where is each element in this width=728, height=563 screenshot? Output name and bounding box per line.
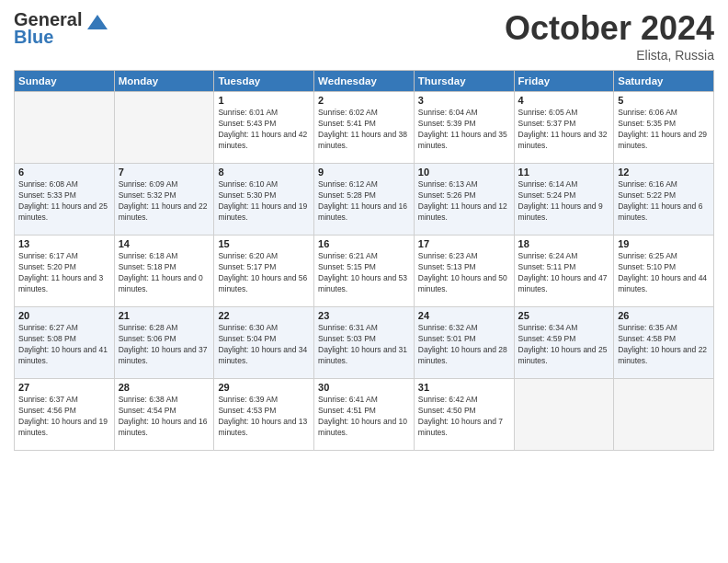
- weekday-header-wednesday: Wednesday: [314, 71, 415, 92]
- weekday-header-friday: Friday: [514, 71, 614, 92]
- day-info: Sunrise: 6:21 AM Sunset: 5:15 PM Dayligh…: [318, 251, 410, 295]
- day-info: Sunrise: 6:25 AM Sunset: 5:10 PM Dayligh…: [618, 251, 710, 295]
- day-number: 24: [418, 310, 510, 321]
- calendar-cell: 5Sunrise: 6:06 AM Sunset: 5:35 PM Daylig…: [614, 92, 714, 164]
- calendar-cell: [614, 379, 714, 451]
- calendar-cell: [114, 92, 214, 164]
- calendar-cell: 13Sunrise: 6:17 AM Sunset: 5:20 PM Dayli…: [15, 236, 115, 307]
- calendar-cell: 25Sunrise: 6:34 AM Sunset: 4:59 PM Dayli…: [514, 307, 614, 379]
- calendar-cell: 24Sunrise: 6:32 AM Sunset: 5:01 PM Dayli…: [414, 307, 514, 379]
- calendar-cell: 20Sunrise: 6:27 AM Sunset: 5:08 PM Dayli…: [15, 307, 115, 379]
- calendar-cell: 1Sunrise: 6:01 AM Sunset: 5:43 PM Daylig…: [214, 92, 314, 164]
- day-info: Sunrise: 6:32 AM Sunset: 5:01 PM Dayligh…: [418, 323, 510, 367]
- weekday-header-saturday: Saturday: [614, 71, 714, 92]
- day-info: Sunrise: 6:18 AM Sunset: 5:18 PM Dayligh…: [119, 251, 210, 295]
- day-info: Sunrise: 6:04 AM Sunset: 5:39 PM Dayligh…: [418, 108, 510, 152]
- day-number: 10: [418, 167, 510, 178]
- calendar-cell: 28Sunrise: 6:38 AM Sunset: 4:54 PM Dayli…: [114, 379, 214, 451]
- day-number: 8: [218, 167, 310, 178]
- day-number: 18: [518, 238, 610, 249]
- calendar-week-4: 20Sunrise: 6:27 AM Sunset: 5:08 PM Dayli…: [15, 307, 714, 379]
- calendar-cell: 18Sunrise: 6:24 AM Sunset: 5:11 PM Dayli…: [514, 236, 614, 307]
- calendar-cell: 6Sunrise: 6:08 AM Sunset: 5:33 PM Daylig…: [15, 164, 115, 236]
- day-number: 1: [218, 95, 310, 106]
- calendar-cell: 23Sunrise: 6:31 AM Sunset: 5:03 PM Dayli…: [314, 307, 415, 379]
- day-info: Sunrise: 6:34 AM Sunset: 4:59 PM Dayligh…: [518, 323, 610, 367]
- day-number: 4: [518, 95, 610, 106]
- day-number: 22: [218, 310, 310, 321]
- calendar: SundayMondayTuesdayWednesdayThursdayFrid…: [14, 70, 714, 451]
- weekday-header-row: SundayMondayTuesdayWednesdayThursdayFrid…: [15, 71, 714, 92]
- day-info: Sunrise: 6:23 AM Sunset: 5:13 PM Dayligh…: [418, 251, 510, 295]
- calendar-cell: 26Sunrise: 6:35 AM Sunset: 4:58 PM Dayli…: [614, 307, 714, 379]
- day-number: 13: [18, 238, 110, 249]
- day-info: Sunrise: 6:39 AM Sunset: 4:53 PM Dayligh…: [218, 395, 310, 439]
- logo-general: General: [14, 9, 82, 29]
- day-number: 30: [318, 382, 410, 393]
- day-number: 7: [119, 167, 210, 178]
- day-info: Sunrise: 6:30 AM Sunset: 5:04 PM Dayligh…: [218, 323, 310, 367]
- day-number: 12: [618, 167, 710, 178]
- calendar-week-2: 6Sunrise: 6:08 AM Sunset: 5:33 PM Daylig…: [15, 164, 714, 236]
- day-info: Sunrise: 6:13 AM Sunset: 5:26 PM Dayligh…: [418, 179, 510, 224]
- day-info: Sunrise: 6:16 AM Sunset: 5:22 PM Dayligh…: [618, 179, 710, 224]
- calendar-cell: 3Sunrise: 6:04 AM Sunset: 5:39 PM Daylig…: [414, 92, 514, 164]
- day-info: Sunrise: 6:17 AM Sunset: 5:20 PM Dayligh…: [18, 251, 110, 295]
- calendar-cell: 7Sunrise: 6:09 AM Sunset: 5:32 PM Daylig…: [114, 164, 214, 236]
- day-info: Sunrise: 6:24 AM Sunset: 5:11 PM Dayligh…: [518, 251, 610, 295]
- day-number: 23: [318, 310, 410, 321]
- calendar-week-1: 1Sunrise: 6:01 AM Sunset: 5:43 PM Daylig…: [15, 92, 714, 164]
- day-info: Sunrise: 6:28 AM Sunset: 5:06 PM Dayligh…: [119, 323, 210, 367]
- day-number: 19: [618, 238, 710, 249]
- calendar-cell: 4Sunrise: 6:05 AM Sunset: 5:37 PM Daylig…: [514, 92, 614, 164]
- calendar-cell: 19Sunrise: 6:25 AM Sunset: 5:10 PM Dayli…: [614, 236, 714, 307]
- day-number: 28: [119, 382, 210, 393]
- weekday-header-tuesday: Tuesday: [214, 71, 314, 92]
- header: General Blue October 2024 Elista, Russia: [14, 9, 714, 63]
- svg-marker-0: [87, 15, 108, 29]
- day-number: 31: [418, 382, 510, 393]
- calendar-cell: 12Sunrise: 6:16 AM Sunset: 5:22 PM Dayli…: [614, 164, 714, 236]
- calendar-cell: 9Sunrise: 6:12 AM Sunset: 5:28 PM Daylig…: [314, 164, 415, 236]
- day-info: Sunrise: 6:41 AM Sunset: 4:51 PM Dayligh…: [318, 395, 410, 439]
- day-number: 5: [618, 95, 710, 106]
- calendar-cell: 11Sunrise: 6:14 AM Sunset: 5:24 PM Dayli…: [514, 164, 614, 236]
- calendar-cell: 8Sunrise: 6:10 AM Sunset: 5:30 PM Daylig…: [214, 164, 314, 236]
- day-number: 17: [418, 238, 510, 249]
- day-number: 6: [18, 167, 110, 178]
- calendar-cell: 29Sunrise: 6:39 AM Sunset: 4:53 PM Dayli…: [214, 379, 314, 451]
- day-number: 20: [18, 310, 110, 321]
- weekday-header-monday: Monday: [114, 71, 214, 92]
- day-info: Sunrise: 6:35 AM Sunset: 4:58 PM Dayligh…: [618, 323, 710, 367]
- day-info: Sunrise: 6:20 AM Sunset: 5:17 PM Dayligh…: [218, 251, 310, 295]
- calendar-cell: 21Sunrise: 6:28 AM Sunset: 5:06 PM Dayli…: [114, 307, 214, 379]
- day-info: Sunrise: 6:01 AM Sunset: 5:43 PM Dayligh…: [218, 108, 310, 152]
- calendar-cell: 16Sunrise: 6:21 AM Sunset: 5:15 PM Dayli…: [314, 236, 415, 307]
- calendar-cell: 17Sunrise: 6:23 AM Sunset: 5:13 PM Dayli…: [414, 236, 514, 307]
- day-info: Sunrise: 6:14 AM Sunset: 5:24 PM Dayligh…: [518, 179, 610, 224]
- day-number: 9: [318, 167, 410, 178]
- weekday-header-sunday: Sunday: [15, 71, 115, 92]
- calendar-cell: 10Sunrise: 6:13 AM Sunset: 5:26 PM Dayli…: [414, 164, 514, 236]
- day-info: Sunrise: 6:09 AM Sunset: 5:32 PM Dayligh…: [119, 179, 210, 224]
- logo-icon: [87, 15, 108, 29]
- day-number: 29: [218, 382, 310, 393]
- day-number: 21: [119, 310, 210, 321]
- day-info: Sunrise: 6:10 AM Sunset: 5:30 PM Dayligh…: [218, 179, 310, 224]
- day-info: Sunrise: 6:37 AM Sunset: 4:56 PM Dayligh…: [18, 395, 110, 439]
- logo: General Blue: [14, 9, 108, 48]
- calendar-cell: 2Sunrise: 6:02 AM Sunset: 5:41 PM Daylig…: [314, 92, 415, 164]
- day-number: 14: [119, 238, 210, 249]
- month-title: October 2024: [505, 9, 714, 48]
- day-number: 15: [218, 238, 310, 249]
- calendar-week-5: 27Sunrise: 6:37 AM Sunset: 4:56 PM Dayli…: [15, 379, 714, 451]
- day-number: 2: [318, 95, 410, 106]
- day-number: 27: [18, 382, 110, 393]
- day-info: Sunrise: 6:06 AM Sunset: 5:35 PM Dayligh…: [618, 108, 710, 152]
- calendar-cell: 31Sunrise: 6:42 AM Sunset: 4:50 PM Dayli…: [414, 379, 514, 451]
- page: General Blue October 2024 Elista, Russia…: [0, 0, 728, 563]
- day-number: 16: [318, 238, 410, 249]
- calendar-cell: 30Sunrise: 6:41 AM Sunset: 4:51 PM Dayli…: [314, 379, 415, 451]
- weekday-header-thursday: Thursday: [414, 71, 514, 92]
- day-number: 11: [518, 167, 610, 178]
